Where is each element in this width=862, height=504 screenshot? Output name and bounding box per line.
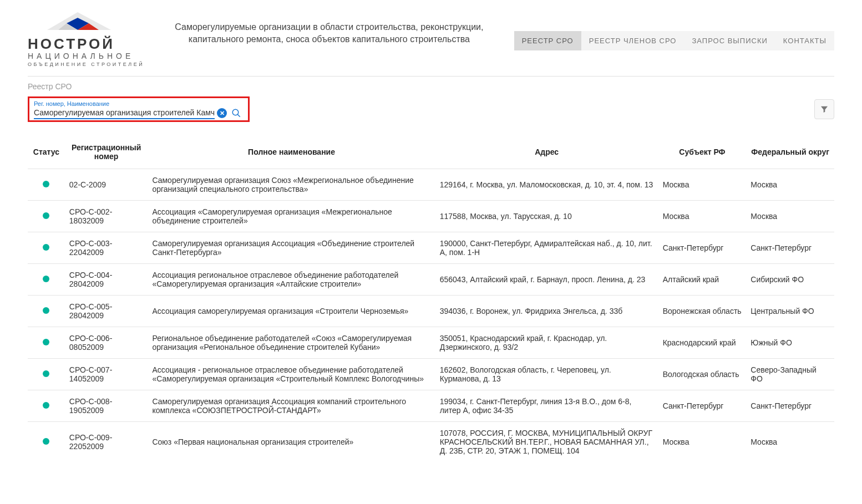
cell-dist: Южный ФО xyxy=(746,327,834,359)
status-dot xyxy=(43,438,49,445)
cell-reg: СРО-С-006-08052009 xyxy=(65,327,148,359)
status-dot xyxy=(43,212,49,219)
cell-dist: Санкт-Петербург xyxy=(746,232,834,264)
status-dot xyxy=(43,307,49,314)
table-row[interactable]: СРО-С-005-28042009Ассоциация саморегулир… xyxy=(28,296,834,327)
cell-subj: Алтайский край xyxy=(658,264,747,296)
cell-subj: Санкт-Петербург xyxy=(658,232,747,264)
cell-dist: Москва xyxy=(746,201,834,232)
cell-subj: Москва xyxy=(658,169,747,201)
col-name: Полное наименование xyxy=(148,139,435,169)
col-subj: Субъект РФ xyxy=(658,139,747,169)
cell-name: Саморегулируемая организация Союз «Межре… xyxy=(148,169,435,201)
cell-subj: Санкт-Петербург xyxy=(658,390,747,422)
clear-button[interactable] xyxy=(215,107,229,119)
table-row[interactable]: СРО-С-002-18032009Ассоциация «Саморегули… xyxy=(28,201,834,232)
cell-dist: Москва xyxy=(746,422,834,462)
cell-subj: Москва xyxy=(658,201,747,232)
col-dist: Федеральный округ xyxy=(746,139,834,169)
cell-dist: Москва xyxy=(746,169,834,201)
table-row[interactable]: СРО-С-003-22042009Саморегулируемая орган… xyxy=(28,232,834,264)
cell-addr: 117588, Москва, ул. Тарусская, д. 10 xyxy=(435,201,658,232)
search-box: Рег. номер, Наименование xyxy=(28,96,250,122)
svg-point-5 xyxy=(232,109,239,115)
cell-dist: Северо-Западный ФО xyxy=(746,359,834,390)
status-dot xyxy=(43,244,49,251)
logo-text: НОСТРОЙ xyxy=(28,35,115,53)
cell-reg: СРО-С-008-19052009 xyxy=(65,390,148,422)
nav-sro[interactable]: РЕЕСТР СРО xyxy=(514,31,581,50)
cell-addr: 350051, Краснодарский край, г. Краснодар… xyxy=(435,327,658,359)
status-dot xyxy=(43,276,49,282)
cell-name: Союз «Первая национальная организация ст… xyxy=(148,422,435,462)
cell-subj: Краснодарский край xyxy=(658,327,747,359)
nav-extract[interactable]: ЗАПРОС ВЫПИСКИ xyxy=(684,31,775,50)
breadcrumb: Реестр СРО xyxy=(0,80,862,93)
filter-button[interactable] xyxy=(814,99,834,119)
status-dot xyxy=(43,181,49,187)
col-reg: Регистрационный номер xyxy=(65,139,148,169)
svg-line-6 xyxy=(237,114,240,117)
logo-sub1: НАЦИОНАЛЬНОЕ xyxy=(28,52,134,60)
cell-reg: СРО-С-003-22042009 xyxy=(65,232,148,264)
cell-reg: СРО-С-005-28042009 xyxy=(65,296,148,327)
filter-icon xyxy=(820,105,829,114)
search-input[interactable] xyxy=(34,107,215,119)
cell-addr: 107078, РОССИЯ, Г. МОСКВА, МУНИЦИПАЛЬНЫЙ… xyxy=(435,422,658,462)
results-table: Статус Регистрационный номер Полное наим… xyxy=(28,139,834,462)
cell-name: Саморегулируемая организация Ассоциация … xyxy=(148,232,435,264)
cell-dist: Центральный ФО xyxy=(746,296,834,327)
cell-dist: Санкт-Петербург xyxy=(746,390,834,422)
status-dot xyxy=(43,339,49,345)
cell-reg: СРО-С-002-18032009 xyxy=(65,201,148,232)
logo[interactable]: НОСТРОЙ НАЦИОНАЛЬНОЕ ОБЪЕДИНЕНИЕ СТРОИТЕ… xyxy=(28,8,144,67)
cell-addr: 394036, г. Воронеж, ул. Фридриха Энгельс… xyxy=(435,296,658,327)
table-row[interactable]: СРО-С-004-28042009Ассоциация регионально… xyxy=(28,264,834,296)
table-row[interactable]: СРО-С-008-19052009Саморегулируемая орган… xyxy=(28,390,834,422)
col-addr: Адрес xyxy=(435,139,658,169)
cell-name: Ассоциация саморегулируемая организация … xyxy=(148,296,435,327)
cell-reg: СРО-С-004-28042009 xyxy=(65,264,148,296)
logo-sub2: ОБЪЕДИНЕНИЕ СТРОИТЕЛЕЙ xyxy=(28,62,144,67)
table-row[interactable]: СРО-С-007-14052009Ассоциация - региональ… xyxy=(28,359,834,390)
cell-subj: Москва xyxy=(658,422,747,462)
table-row[interactable]: СРО-С-006-08052009Региональное объединен… xyxy=(28,327,834,359)
cell-addr: 190000, Санкт-Петербург, Адмиралтейская … xyxy=(435,232,658,264)
cell-reg: СРО-С-009-22052009 xyxy=(65,422,148,462)
cell-addr: 199034, г. Санкт-Петербург, линия 13-я В… xyxy=(435,390,658,422)
divider xyxy=(28,76,834,77)
search-button[interactable] xyxy=(229,107,244,119)
cell-name: Саморегулируемая организация Ассоциация … xyxy=(148,390,435,422)
cell-name: Ассоциация - региональное отраслевое объ… xyxy=(148,359,435,390)
cell-subj: Вологодская область xyxy=(658,359,747,390)
cell-reg: СРО-С-007-14052009 xyxy=(65,359,148,390)
status-dot xyxy=(43,370,49,377)
cell-addr: 656043, Алтайский край, г. Барнаул, прос… xyxy=(435,264,658,296)
table-row[interactable]: СРО-С-009-22052009Союз «Первая националь… xyxy=(28,422,834,462)
cell-reg: 02-С-2009 xyxy=(65,169,148,201)
table-row[interactable]: 02-С-2009Саморегулируемая организация Со… xyxy=(28,169,834,201)
search-icon xyxy=(231,108,241,118)
cell-name: Ассоциация «Саморегулируемая организация… xyxy=(148,201,435,232)
cell-subj: Воронежская область xyxy=(658,296,747,327)
col-status: Статус xyxy=(28,139,65,169)
status-dot xyxy=(43,402,49,409)
clear-icon xyxy=(217,108,227,118)
nav-members[interactable]: РЕЕСТР ЧЛЕНОВ СРО xyxy=(581,31,684,50)
main-nav: РЕЕСТР СРО РЕЕСТР ЧЛЕНОВ СРО ЗАПРОС ВЫПИ… xyxy=(514,8,834,50)
cell-addr: 129164, г. Москва, ул. Маломосковская, д… xyxy=(435,169,658,201)
cell-dist: Сибирский ФО xyxy=(746,264,834,296)
header-tagline: Саморегулируемые организации в области с… xyxy=(144,8,514,45)
search-label: Рег. номер, Наименование xyxy=(34,100,244,107)
cell-name: Ассоциация региональное отраслевое объед… xyxy=(148,264,435,296)
table-header-row: Статус Регистрационный номер Полное наим… xyxy=(28,139,834,169)
cell-name: Региональное объединение работодателей «… xyxy=(148,327,435,359)
cell-addr: 162602, Вологодская область, г. Черепове… xyxy=(435,359,658,390)
nav-contacts[interactable]: КОНТАКТЫ xyxy=(775,31,834,50)
